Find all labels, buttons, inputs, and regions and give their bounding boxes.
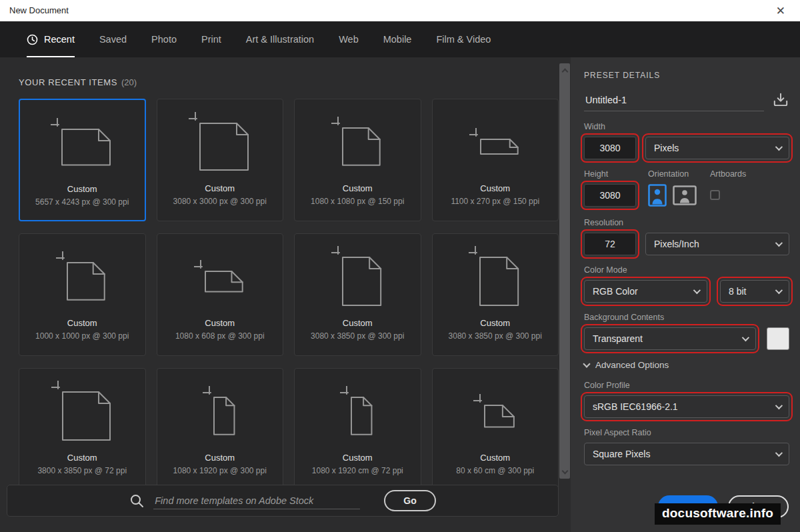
- template-name: Custom: [67, 453, 97, 463]
- artboards-label: Artboards: [710, 169, 746, 179]
- tab-recent[interactable]: Recent: [27, 21, 75, 57]
- color-mode-value: RGB Color: [593, 286, 693, 297]
- template-card[interactable]: Custom80 x 60 cm @ 300 ppi: [432, 368, 559, 491]
- template-card[interactable]: Custom3080 x 3000 px @ 300 ppi: [157, 99, 284, 221]
- document-name-input[interactable]: [584, 91, 764, 111]
- template-card[interactable]: Custom1000 x 1000 px @ 300 ppi: [19, 233, 146, 356]
- template-card[interactable]: Custom1080 x 608 px @ 300 ppi: [157, 233, 284, 356]
- template-dimensions: 1080 x 1920 px @ 300 ppi: [173, 466, 267, 475]
- stock-search-input[interactable]: [153, 493, 360, 509]
- template-dimensions: 80 x 60 cm @ 300 ppi: [456, 466, 534, 475]
- recent-items-panel: YOUR RECENT ITEMS(20) Custom5657 x 4243 …: [0, 57, 571, 532]
- new-document-dialog: New Document ✕ RecentSavedPhotoPrintArt …: [0, 0, 800, 532]
- scroll-down-icon[interactable]: [561, 468, 568, 475]
- template-dimensions: 3080 x 3850 px @ 300 ppi: [449, 331, 542, 341]
- tab-label: Art & Illustration: [246, 34, 314, 45]
- tab-print[interactable]: Print: [201, 21, 221, 57]
- template-name: Custom: [205, 453, 235, 463]
- tab-photo[interactable]: Photo: [151, 21, 177, 57]
- template-card[interactable]: Custom1100 x 270 px @ 150 ppi: [432, 99, 559, 221]
- template-card[interactable]: Custom5657 x 4243 px @ 300 ppi: [19, 99, 146, 221]
- template-name: Custom: [480, 183, 510, 193]
- orientation-portrait-icon[interactable]: [648, 184, 667, 207]
- color-mode-label: Color Mode: [584, 265, 789, 275]
- template-name: Custom: [343, 318, 373, 328]
- template-name: Custom: [343, 183, 373, 193]
- recent-items-count: (20): [121, 77, 137, 87]
- tab-label: Mobile: [383, 34, 412, 45]
- document-thumbnail-icon: [56, 238, 108, 317]
- template-name: Custom: [205, 183, 235, 193]
- resolution-input[interactable]: [584, 233, 636, 255]
- advanced-options-toggle[interactable]: Advanced Options: [584, 360, 789, 370]
- tab-label: Web: [339, 34, 359, 45]
- document-thumbnail-icon: [194, 238, 246, 317]
- watermark: docusoftware.info: [655, 503, 781, 525]
- vertical-scrollbar[interactable]: [559, 63, 570, 479]
- template-name: Custom: [480, 453, 510, 463]
- scroll-up-icon[interactable]: [561, 67, 568, 74]
- template-card[interactable]: Custom3800 x 3850 px @ 72 ppi: [19, 368, 146, 491]
- go-button[interactable]: Go: [384, 490, 435, 511]
- tab-web[interactable]: Web: [339, 21, 359, 57]
- pixel-aspect-ratio-dropdown[interactable]: Square Pixels: [584, 443, 789, 465]
- color-profile-dropdown[interactable]: sRGB IEC61966-2.1: [584, 395, 789, 418]
- document-thumbnail-icon: [203, 373, 237, 451]
- window-close-icon[interactable]: ✕: [772, 3, 789, 19]
- tab-mobile[interactable]: Mobile: [383, 21, 412, 57]
- template-dimensions: 3080 x 3850 px @ 300 ppi: [311, 331, 404, 341]
- template-dimensions: 1100 x 270 px @ 150 ppi: [451, 197, 539, 206]
- orientation-label: Orientation: [648, 169, 697, 179]
- tab-film-video[interactable]: Film & Video: [436, 21, 491, 57]
- template-card[interactable]: Custom1080 x 1920 cm @ 72 ppi: [294, 368, 421, 491]
- template-dimensions: 3080 x 3000 px @ 300 ppi: [173, 197, 267, 206]
- width-unit-dropdown[interactable]: Pixels: [645, 137, 789, 159]
- chevron-down-icon: [693, 287, 701, 294]
- document-thumbnail-icon: [51, 373, 113, 451]
- height-input[interactable]: [584, 184, 636, 207]
- resolution-label: Resolution: [584, 218, 789, 227]
- template-dimensions: 5657 x 4243 px @ 300 ppi: [35, 197, 129, 207]
- template-name: Custom: [343, 453, 373, 463]
- template-card[interactable]: Custom1080 x 1080 px @ 150 ppi: [294, 99, 421, 221]
- template-card[interactable]: Custom3080 x 3850 px @ 300 ppi: [432, 233, 559, 356]
- chevron-down-icon: [775, 239, 783, 247]
- template-card[interactable]: Custom1080 x 1920 px @ 300 ppi: [157, 368, 284, 491]
- window-title: New Document: [9, 5, 69, 15]
- orientation-landscape-icon[interactable]: [673, 185, 697, 205]
- tab-label: Print: [201, 34, 221, 45]
- pixel-aspect-ratio-value: Square Pixels: [593, 449, 775, 459]
- tab-art-illustration[interactable]: Art & Illustration: [246, 21, 314, 57]
- bit-depth-value: 8 bit: [729, 286, 775, 297]
- document-thumbnail-icon: [469, 103, 521, 182]
- template-name: Custom: [67, 318, 97, 328]
- tab-label: Recent: [44, 34, 75, 45]
- preset-details-panel: PRESET DETAILS Width Pixels Height Orien…: [571, 57, 800, 532]
- tab-saved[interactable]: Saved: [99, 21, 127, 57]
- tab-label: Film & Video: [436, 34, 491, 45]
- resolution-unit-dropdown[interactable]: Pixels/Inch: [645, 233, 789, 255]
- document-thumbnail-icon: [340, 373, 375, 451]
- adobe-stock-searchbar: Go: [7, 485, 559, 517]
- document-thumbnail-icon: [331, 103, 383, 182]
- template-dimensions: 1000 x 1000 px @ 300 ppi: [35, 331, 129, 341]
- save-preset-icon[interactable]: [772, 91, 789, 111]
- category-tabbar: RecentSavedPhotoPrintArt & IllustrationW…: [0, 21, 800, 57]
- width-label: Width: [584, 122, 789, 131]
- template-card[interactable]: Custom3080 x 3850 px @ 300 ppi: [294, 233, 421, 356]
- chevron-down-icon: [775, 449, 783, 457]
- recent-items-heading-text: YOUR RECENT ITEMS: [19, 77, 117, 87]
- width-unit-value: Pixels: [654, 143, 775, 153]
- clock-icon: [27, 34, 38, 45]
- artboards-checkbox[interactable]: [710, 190, 720, 200]
- width-input[interactable]: [584, 137, 636, 159]
- color-profile-value: sRGB IEC61966-2.1: [593, 401, 775, 412]
- chevron-down-icon: [775, 143, 783, 151]
- background-color-swatch[interactable]: [767, 327, 789, 350]
- bit-depth-dropdown[interactable]: 8 bit: [720, 280, 789, 303]
- color-mode-dropdown[interactable]: RGB Color: [584, 280, 707, 303]
- document-thumbnail-icon: [473, 373, 517, 451]
- background-contents-dropdown[interactable]: Transparent: [584, 327, 756, 350]
- template-dimensions: 1080 x 608 px @ 300 ppi: [175, 331, 265, 341]
- background-contents-label: Background Contents: [584, 313, 789, 322]
